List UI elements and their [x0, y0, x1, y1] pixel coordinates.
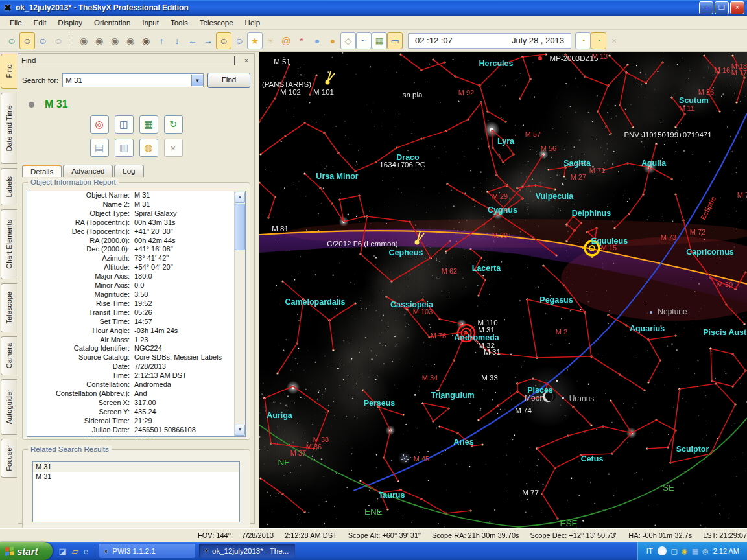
- constellation-label[interactable]: Cepheus: [389, 248, 423, 257]
- pan-right-icon[interactable]: →: [200, 32, 216, 49]
- tray-network-icon[interactable]: ▦: [692, 547, 698, 555]
- tab-advanced[interactable]: Advanced: [63, 165, 113, 177]
- label-tag-icon[interactable]: ◇: [340, 32, 356, 49]
- figure-walk-icon[interactable]: ☺: [4, 32, 19, 49]
- constellation-label[interactable]: Taurus: [379, 491, 405, 500]
- constellation-label[interactable]: Pegasus: [540, 296, 573, 305]
- report-scrollbar[interactable]: ▲ ▼: [234, 191, 245, 436]
- sidebar-tab-chart-elements[interactable]: Chart Elements: [1, 209, 17, 279]
- figure-selected-icon[interactable]: ☺: [19, 32, 35, 49]
- close-button[interactable]: ×: [730, 1, 744, 14]
- tray-camera-icon[interactable]: ◎: [702, 547, 709, 555]
- constellation-label[interactable]: Camelopardalis: [285, 298, 345, 307]
- tab-details[interactable]: Details: [22, 165, 62, 177]
- menu-input[interactable]: Input: [136, 17, 165, 29]
- object-label[interactable]: M 31: [478, 326, 495, 334]
- orbit-slew-button[interactable]: ↻: [164, 115, 183, 134]
- object-label[interactable]: M 81: [272, 225, 289, 233]
- constellation-label[interactable]: Aquarius: [630, 324, 665, 333]
- messier-label[interactable]: M 30: [717, 281, 733, 288]
- messier-label[interactable]: M 103: [413, 308, 433, 316]
- constellation-label[interactable]: Capricornus: [686, 248, 734, 257]
- figure-night-icon[interactable]: ☺: [216, 32, 231, 49]
- messier-label[interactable]: M 57: [525, 130, 541, 138]
- frame-object-button[interactable]: ◫: [115, 115, 134, 134]
- horizon-direction-label[interactable]: ESE: [560, 519, 577, 528]
- object-label[interactable]: M 77: [522, 489, 539, 496]
- figure-blue-icon[interactable]: ☺: [35, 32, 51, 49]
- constellation-label[interactable]: Auriga: [267, 411, 292, 420]
- constellation-label[interactable]: Aquila: [641, 159, 666, 168]
- sidebar-tab-date-and-time[interactable]: Date and Time: [1, 93, 17, 164]
- related-result-item[interactable]: M 31: [33, 462, 239, 472]
- task-button-2[interactable]: ×ok_12july2013* - The...: [199, 544, 295, 558]
- constellation-label[interactable]: Lacerta: [472, 264, 501, 273]
- constellation-label[interactable]: Ursa Minor: [316, 172, 358, 181]
- messier-label[interactable]: M 27: [571, 173, 586, 181]
- horizon-direction-label[interactable]: ENE: [364, 507, 383, 517]
- messier-label[interactable]: M 62: [442, 267, 457, 275]
- combo-dropdown-icon[interactable]: ▼: [191, 75, 203, 86]
- object-label[interactable]: 1634+706 PG: [379, 161, 425, 169]
- result-object-name[interactable]: M 31: [45, 99, 68, 110]
- messier-label[interactable]: M 71: [589, 167, 605, 174]
- messier-label[interactable]: M 34: [422, 374, 438, 382]
- scroll-down-icon[interactable]: ▼: [235, 425, 245, 436]
- sky-chart[interactable]: HerculesLyraDracoUrsa MinorCygnusVulpecu…: [259, 52, 747, 528]
- planet-label[interactable]: Neptune: [658, 307, 687, 316]
- face-preset-4-icon[interactable]: ◉: [123, 32, 138, 49]
- object-label[interactable]: sn pla: [403, 91, 423, 99]
- float-panel-icon[interactable]: [230, 56, 239, 65]
- browser-icon[interactable]: e: [84, 546, 88, 556]
- messier-label[interactable]: M 15: [601, 244, 617, 251]
- messier-label[interactable]: M 16: [715, 66, 730, 74]
- task-button-1[interactable]: ◐PWI3 1.1.2.1: [99, 544, 195, 558]
- tray-eye-icon[interactable]: ◉: [682, 547, 688, 555]
- menu-help[interactable]: Help: [239, 17, 267, 29]
- constellation-label[interactable]: Triangulum: [431, 391, 474, 400]
- menu-orientation[interactable]: Orientation: [88, 17, 136, 29]
- time-date-display[interactable]: 02 :12 :07 July 28 , 2013: [408, 33, 571, 49]
- center-target-button[interactable]: ◎: [90, 115, 109, 134]
- path-tool-icon[interactable]: ~: [356, 32, 372, 49]
- messier-label[interactable]: M 76: [431, 332, 446, 340]
- blue-nebula-icon[interactable]: ●: [309, 32, 325, 49]
- object-label[interactable]: M 101: [313, 88, 334, 96]
- pan-left-icon[interactable]: ←: [185, 32, 200, 49]
- constellation-label[interactable]: Perseus: [364, 399, 396, 408]
- menu-tools[interactable]: Tools: [165, 17, 194, 29]
- pan-down-icon[interactable]: ↓: [169, 32, 185, 49]
- menu-edit[interactable]: Edit: [28, 17, 53, 29]
- face-preset-3-icon[interactable]: ◉: [107, 32, 123, 49]
- grid-tool-icon[interactable]: ▦: [372, 32, 387, 49]
- messier-label[interactable]: M 73: [661, 233, 676, 241]
- report-list[interactable]: Object Name:M 31Name 2:M 31Object Type:S…: [27, 191, 246, 437]
- sidebar-tab-labels[interactable]: Labels: [1, 168, 17, 205]
- figure-pair-icon[interactable]: ☺: [51, 32, 66, 49]
- monitor-tool-icon[interactable]: ▭: [387, 32, 403, 49]
- constellation-label[interactable]: Lyra: [497, 137, 514, 146]
- object-label[interactable]: M 74: [515, 406, 532, 414]
- constellation-label[interactable]: Sculptor: [676, 445, 709, 454]
- horizon-direction-label[interactable]: NE: [278, 458, 290, 467]
- messier-label[interactable]: M 11: [679, 104, 694, 112]
- remove-button[interactable]: ×: [164, 139, 183, 157]
- time-edit-icon[interactable]: ◔: [575, 32, 591, 49]
- menu-telescope[interactable]: Telescope: [194, 17, 239, 29]
- time-stop-icon[interactable]: ×: [606, 32, 622, 49]
- face-preset-2-icon[interactable]: ◉: [91, 32, 107, 49]
- planet-label[interactable]: Moon: [525, 393, 544, 402]
- messier-label[interactable]: M 45: [414, 455, 429, 463]
- star-tool-icon[interactable]: ★: [247, 32, 263, 49]
- sun-tool-icon[interactable]: ☀: [263, 32, 278, 49]
- sidebar-tab-autoguider[interactable]: Autoguider: [1, 379, 17, 435]
- constellation-label[interactable]: Delphinus: [572, 209, 611, 218]
- folder-icon[interactable]: ▱: [72, 546, 78, 556]
- object-label[interactable]: M 33: [481, 374, 498, 382]
- pan-up-icon[interactable]: ↑: [154, 32, 169, 49]
- show-photo-button[interactable]: ▦: [139, 115, 158, 134]
- messier-label[interactable]: M 7: [737, 191, 747, 199]
- constellation-label[interactable]: Aries: [453, 438, 473, 447]
- object-label[interactable]: MP-2003DZ15: [550, 54, 599, 62]
- tray-chevron-icon[interactable]: ◀: [658, 546, 667, 555]
